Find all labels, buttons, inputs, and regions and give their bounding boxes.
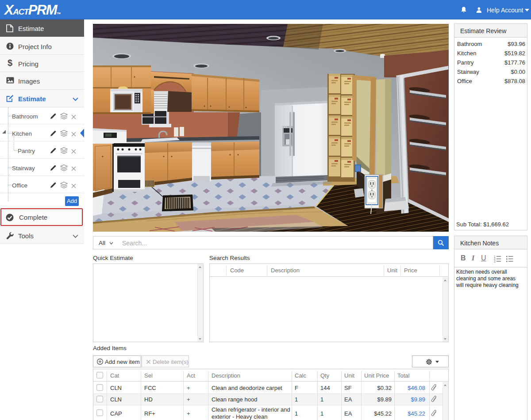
svg-text:3: 3 <box>494 260 496 263</box>
